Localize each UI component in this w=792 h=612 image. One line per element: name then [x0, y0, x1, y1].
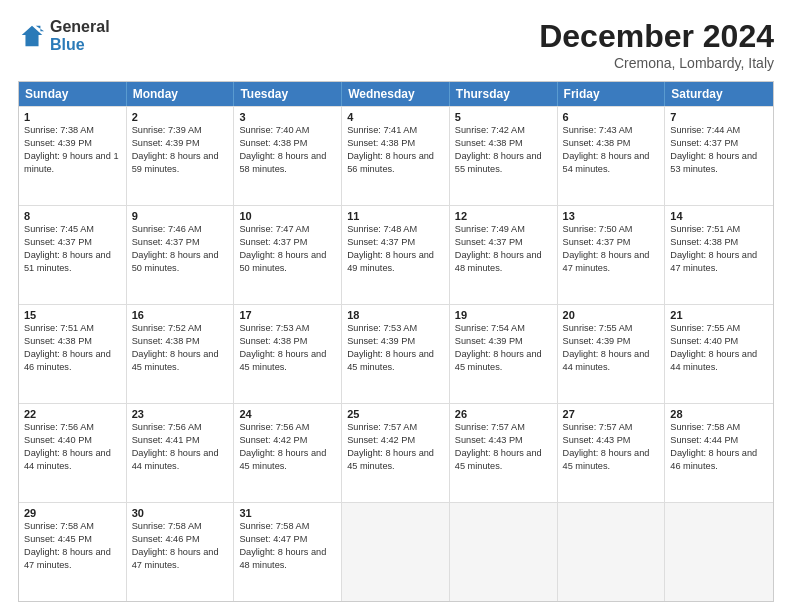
- logo-blue: Blue: [50, 36, 110, 54]
- calendar-cell: 3 Sunrise: 7:40 AMSunset: 4:38 PMDayligh…: [234, 107, 342, 205]
- header-friday: Friday: [558, 82, 666, 106]
- day-number: 20: [563, 309, 660, 321]
- day-number: 16: [132, 309, 229, 321]
- calendar-cell: 14 Sunrise: 7:51 AMSunset: 4:38 PMDaylig…: [665, 206, 773, 304]
- calendar-week-2: 15 Sunrise: 7:51 AMSunset: 4:38 PMDaylig…: [19, 304, 773, 403]
- day-number: 4: [347, 111, 444, 123]
- sun-info: Sunrise: 7:51 AMSunset: 4:38 PMDaylight:…: [24, 323, 111, 372]
- logo-text: General Blue: [50, 18, 110, 53]
- day-number: 2: [132, 111, 229, 123]
- day-number: 18: [347, 309, 444, 321]
- sun-info: Sunrise: 7:53 AMSunset: 4:39 PMDaylight:…: [347, 323, 434, 372]
- sun-info: Sunrise: 7:57 AMSunset: 4:43 PMDaylight:…: [563, 422, 650, 471]
- sun-info: Sunrise: 7:50 AMSunset: 4:37 PMDaylight:…: [563, 224, 650, 273]
- day-number: 26: [455, 408, 552, 420]
- calendar-cell: 1 Sunrise: 7:38 AMSunset: 4:39 PMDayligh…: [19, 107, 127, 205]
- sun-info: Sunrise: 7:44 AMSunset: 4:37 PMDaylight:…: [670, 125, 757, 174]
- logo-icon: [18, 22, 46, 50]
- calendar-cell: 5 Sunrise: 7:42 AMSunset: 4:38 PMDayligh…: [450, 107, 558, 205]
- calendar-header: Sunday Monday Tuesday Wednesday Thursday…: [19, 82, 773, 106]
- calendar-cell: [665, 503, 773, 601]
- day-number: 6: [563, 111, 660, 123]
- day-number: 31: [239, 507, 336, 519]
- calendar-cell: 27 Sunrise: 7:57 AMSunset: 4:43 PMDaylig…: [558, 404, 666, 502]
- sun-info: Sunrise: 7:58 AMSunset: 4:46 PMDaylight:…: [132, 521, 219, 570]
- sun-info: Sunrise: 7:46 AMSunset: 4:37 PMDaylight:…: [132, 224, 219, 273]
- calendar-cell: 21 Sunrise: 7:55 AMSunset: 4:40 PMDaylig…: [665, 305, 773, 403]
- sun-info: Sunrise: 7:40 AMSunset: 4:38 PMDaylight:…: [239, 125, 326, 174]
- calendar-cell: 19 Sunrise: 7:54 AMSunset: 4:39 PMDaylig…: [450, 305, 558, 403]
- sun-info: Sunrise: 7:47 AMSunset: 4:37 PMDaylight:…: [239, 224, 326, 273]
- month-title: December 2024: [539, 18, 774, 55]
- day-number: 5: [455, 111, 552, 123]
- calendar-cell: 4 Sunrise: 7:41 AMSunset: 4:38 PMDayligh…: [342, 107, 450, 205]
- calendar-cell: 23 Sunrise: 7:56 AMSunset: 4:41 PMDaylig…: [127, 404, 235, 502]
- day-number: 23: [132, 408, 229, 420]
- logo-general: General: [50, 18, 110, 36]
- header: General Blue December 2024 Cremona, Lomb…: [18, 18, 774, 71]
- sun-info: Sunrise: 7:56 AMSunset: 4:41 PMDaylight:…: [132, 422, 219, 471]
- day-number: 9: [132, 210, 229, 222]
- sun-info: Sunrise: 7:52 AMSunset: 4:38 PMDaylight:…: [132, 323, 219, 372]
- calendar-cell: 28 Sunrise: 7:58 AMSunset: 4:44 PMDaylig…: [665, 404, 773, 502]
- day-number: 25: [347, 408, 444, 420]
- calendar-body: 1 Sunrise: 7:38 AMSunset: 4:39 PMDayligh…: [19, 106, 773, 601]
- sun-info: Sunrise: 7:57 AMSunset: 4:43 PMDaylight:…: [455, 422, 542, 471]
- calendar-cell: 9 Sunrise: 7:46 AMSunset: 4:37 PMDayligh…: [127, 206, 235, 304]
- day-number: 21: [670, 309, 768, 321]
- calendar-week-4: 29 Sunrise: 7:58 AMSunset: 4:45 PMDaylig…: [19, 502, 773, 601]
- calendar-cell: 10 Sunrise: 7:47 AMSunset: 4:37 PMDaylig…: [234, 206, 342, 304]
- calendar-week-3: 22 Sunrise: 7:56 AMSunset: 4:40 PMDaylig…: [19, 403, 773, 502]
- day-number: 13: [563, 210, 660, 222]
- sun-info: Sunrise: 7:48 AMSunset: 4:37 PMDaylight:…: [347, 224, 434, 273]
- sun-info: Sunrise: 7:38 AMSunset: 4:39 PMDaylight:…: [24, 125, 119, 174]
- calendar-cell: 29 Sunrise: 7:58 AMSunset: 4:45 PMDaylig…: [19, 503, 127, 601]
- calendar-cell: 17 Sunrise: 7:53 AMSunset: 4:38 PMDaylig…: [234, 305, 342, 403]
- calendar-cell: 7 Sunrise: 7:44 AMSunset: 4:37 PMDayligh…: [665, 107, 773, 205]
- header-wednesday: Wednesday: [342, 82, 450, 106]
- sun-info: Sunrise: 7:58 AMSunset: 4:47 PMDaylight:…: [239, 521, 326, 570]
- sun-info: Sunrise: 7:43 AMSunset: 4:38 PMDaylight:…: [563, 125, 650, 174]
- calendar-cell: 31 Sunrise: 7:58 AMSunset: 4:47 PMDaylig…: [234, 503, 342, 601]
- calendar-cell: [450, 503, 558, 601]
- calendar-cell: 2 Sunrise: 7:39 AMSunset: 4:39 PMDayligh…: [127, 107, 235, 205]
- sun-info: Sunrise: 7:58 AMSunset: 4:44 PMDaylight:…: [670, 422, 757, 471]
- calendar-cell: 15 Sunrise: 7:51 AMSunset: 4:38 PMDaylig…: [19, 305, 127, 403]
- sun-info: Sunrise: 7:56 AMSunset: 4:42 PMDaylight:…: [239, 422, 326, 471]
- sun-info: Sunrise: 7:55 AMSunset: 4:40 PMDaylight:…: [670, 323, 757, 372]
- calendar-cell: 25 Sunrise: 7:57 AMSunset: 4:42 PMDaylig…: [342, 404, 450, 502]
- day-number: 22: [24, 408, 121, 420]
- page: General Blue December 2024 Cremona, Lomb…: [0, 0, 792, 612]
- day-number: 14: [670, 210, 768, 222]
- header-thursday: Thursday: [450, 82, 558, 106]
- calendar: Sunday Monday Tuesday Wednesday Thursday…: [18, 81, 774, 602]
- day-number: 12: [455, 210, 552, 222]
- day-number: 30: [132, 507, 229, 519]
- sun-info: Sunrise: 7:56 AMSunset: 4:40 PMDaylight:…: [24, 422, 111, 471]
- day-number: 11: [347, 210, 444, 222]
- svg-marker-0: [22, 25, 43, 46]
- day-number: 27: [563, 408, 660, 420]
- sun-info: Sunrise: 7:41 AMSunset: 4:38 PMDaylight:…: [347, 125, 434, 174]
- day-number: 15: [24, 309, 121, 321]
- day-number: 8: [24, 210, 121, 222]
- sun-info: Sunrise: 7:57 AMSunset: 4:42 PMDaylight:…: [347, 422, 434, 471]
- day-number: 24: [239, 408, 336, 420]
- title-block: December 2024 Cremona, Lombardy, Italy: [539, 18, 774, 71]
- calendar-week-0: 1 Sunrise: 7:38 AMSunset: 4:39 PMDayligh…: [19, 106, 773, 205]
- calendar-cell: 20 Sunrise: 7:55 AMSunset: 4:39 PMDaylig…: [558, 305, 666, 403]
- day-number: 17: [239, 309, 336, 321]
- sun-info: Sunrise: 7:53 AMSunset: 4:38 PMDaylight:…: [239, 323, 326, 372]
- sun-info: Sunrise: 7:54 AMSunset: 4:39 PMDaylight:…: [455, 323, 542, 372]
- header-saturday: Saturday: [665, 82, 773, 106]
- sun-info: Sunrise: 7:55 AMSunset: 4:39 PMDaylight:…: [563, 323, 650, 372]
- sun-info: Sunrise: 7:42 AMSunset: 4:38 PMDaylight:…: [455, 125, 542, 174]
- calendar-cell: 11 Sunrise: 7:48 AMSunset: 4:37 PMDaylig…: [342, 206, 450, 304]
- sun-info: Sunrise: 7:39 AMSunset: 4:39 PMDaylight:…: [132, 125, 219, 174]
- calendar-week-1: 8 Sunrise: 7:45 AMSunset: 4:37 PMDayligh…: [19, 205, 773, 304]
- calendar-cell: [342, 503, 450, 601]
- calendar-cell: 26 Sunrise: 7:57 AMSunset: 4:43 PMDaylig…: [450, 404, 558, 502]
- sun-info: Sunrise: 7:49 AMSunset: 4:37 PMDaylight:…: [455, 224, 542, 273]
- calendar-cell: 8 Sunrise: 7:45 AMSunset: 4:37 PMDayligh…: [19, 206, 127, 304]
- day-number: 19: [455, 309, 552, 321]
